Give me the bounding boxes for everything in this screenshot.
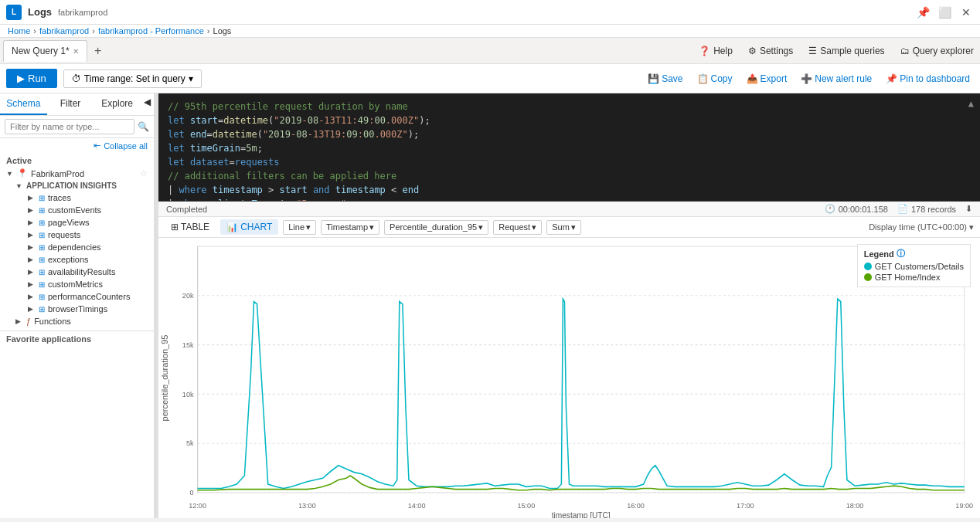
- request-dropdown[interactable]: Request ▾: [493, 220, 542, 235]
- add-tab-button[interactable]: +: [89, 42, 107, 60]
- legend-dot-1: [864, 263, 872, 270]
- breadcrumb-home[interactable]: Home: [8, 26, 30, 36]
- save-button[interactable]: 💾 Save: [644, 71, 686, 86]
- chevron-down-icon: ▾: [369, 222, 374, 232]
- filter-input[interactable]: [5, 119, 134, 134]
- chart-icon: 📊: [226, 222, 238, 232]
- tree-item-availabilityresults[interactable]: ▶ ⊞ availabilityResults: [0, 266, 154, 278]
- table-icon: ⊞: [39, 305, 45, 314]
- tree-item-pageviews[interactable]: ▶ ⊞ pageViews: [0, 216, 154, 229]
- copy-button[interactable]: 📋 Copy: [693, 71, 737, 86]
- table-icon: ⊞: [39, 206, 45, 215]
- legend-text-1: GET Customers/Details: [875, 262, 964, 271]
- breadcrumb-performance[interactable]: fabrikamprod - Performance: [98, 26, 204, 36]
- tree-item-dependencies[interactable]: ▶ ⊞ dependencies: [0, 241, 154, 253]
- content-area: Schema Filter Explore ◀ 🔍 ⇤ Collapse all…: [0, 93, 980, 518]
- sample-queries-button[interactable]: ☰ Sample queries: [805, 44, 887, 58]
- table-view-tab[interactable]: ⊞ TABLE: [165, 219, 216, 235]
- pin-dashboard-button[interactable]: 📌 Pin to dashboard: [882, 71, 974, 86]
- chart-legend: Legend ⓘ GET Customers/Details GET Home/…: [857, 244, 971, 287]
- tab-bar: New Query 1* ✕ + ❓ Help ⚙ Settings ☰ Sam…: [0, 38, 980, 64]
- download-icon[interactable]: ⬇: [965, 204, 972, 214]
- svg-text:18:00: 18:00: [846, 500, 864, 509]
- maximize-button[interactable]: ⬜: [937, 5, 952, 20]
- code-editor[interactable]: ▲ // 95th percentile request duration by…: [158, 93, 980, 202]
- chevron-down-icon: ▾: [532, 222, 536, 232]
- functions-item[interactable]: ▶ ƒ Functions: [0, 315, 154, 327]
- tree-item-label: traces: [48, 193, 71, 202]
- svg-text:19:00: 19:00: [955, 500, 973, 509]
- time-range-button[interactable]: ⏱ Time range: Set in query ▾: [63, 69, 202, 88]
- pin-icon: 📌: [886, 73, 897, 84]
- svg-text:12:00: 12:00: [189, 500, 206, 509]
- legend-dot-2: [864, 273, 872, 281]
- breadcrumb-fabrikamprod[interactable]: fabrikamprod: [39, 26, 89, 36]
- sample-queries-icon: ☰: [808, 46, 817, 56]
- tree-item-label: performanceCounters: [48, 292, 130, 301]
- timestamp-dropdown[interactable]: Timestamp ▾: [321, 220, 379, 235]
- pin-button[interactable]: 📌: [915, 5, 931, 20]
- line-value: Line: [288, 222, 305, 232]
- new-alert-rule-button[interactable]: ➕ New alert rule: [797, 71, 876, 86]
- tree-item-performancecounters[interactable]: ▶ ⊞ performanceCounters: [0, 290, 154, 303]
- window-controls: 📌 ⬜ ✕: [915, 5, 974, 20]
- tree-item-label: customMetrics: [48, 280, 103, 289]
- time-value: 00:00:01.158: [839, 205, 888, 214]
- help-label: Help: [713, 46, 733, 56]
- table-label: TABLE: [181, 222, 209, 232]
- fabrikamprod-item[interactable]: ▼ 📍 FabrikamProd ☆: [0, 167, 154, 180]
- tree-items: ▶ ⊞ traces ▶ ⊞ customEvents ▶ ⊞ pageView…: [0, 192, 154, 315]
- chevron-down-icon: ▾: [478, 222, 483, 232]
- display-time-button[interactable]: Display time (UTC+00:00) ▾: [869, 222, 974, 232]
- tree-item-browsertimings[interactable]: ▶ ⊞ browserTimings: [0, 303, 154, 315]
- expand-icon: ▶: [28, 305, 36, 313]
- chevron-down-icon: ▾: [969, 222, 974, 232]
- line-dropdown[interactable]: Line ▾: [283, 220, 316, 235]
- tree-item-requests[interactable]: ▶ ⊞ requests: [0, 229, 154, 241]
- settings-button[interactable]: ⚙ Settings: [745, 44, 796, 58]
- expand-icon: ▶: [28, 280, 36, 288]
- copy-icon: 📋: [697, 73, 709, 84]
- filter-tab[interactable]: Filter: [47, 93, 94, 115]
- expand-icon: ▶: [28, 268, 36, 276]
- settings-label: Settings: [760, 46, 793, 56]
- sidebar-collapse-icon[interactable]: ◀: [141, 93, 154, 115]
- star-icon[interactable]: ☆: [140, 168, 148, 178]
- chart-label: CHART: [240, 222, 272, 232]
- tree-item-traces[interactable]: ▶ ⊞ traces: [0, 192, 154, 204]
- query-tab[interactable]: New Query 1* ✕: [3, 40, 87, 62]
- legend-title: Legend ⓘ: [864, 248, 964, 259]
- app-icon: L: [6, 5, 22, 20]
- run-button[interactable]: ▶ Run: [6, 69, 57, 88]
- tree-item-custommetrics[interactable]: ▶ ⊞ customMetrics: [0, 278, 154, 290]
- records-count: 📄 178 records: [897, 204, 956, 214]
- expand-icon: ▶: [28, 231, 36, 239]
- chart-view-tab[interactable]: 📊 CHART: [220, 219, 278, 235]
- percentile-dropdown[interactable]: Percentile_duration_95 ▾: [384, 220, 488, 235]
- close-button[interactable]: ✕: [958, 5, 974, 20]
- code-line: let end=datetime("2019-08-13T19:09:00.00…: [168, 127, 971, 141]
- tree-item-exceptions[interactable]: ▶ ⊞ exceptions: [0, 253, 154, 266]
- tree-item-label: availabilityResults: [48, 267, 115, 276]
- chevron-down-icon: ▾: [571, 222, 576, 232]
- tree-item-customevents[interactable]: ▶ ⊞ customEvents: [0, 204, 154, 216]
- explore-tab[interactable]: Explore: [94, 93, 141, 115]
- sum-dropdown[interactable]: Sum ▾: [546, 220, 581, 235]
- run-icon: ▶: [17, 73, 25, 84]
- svg-text:timestamp [UTC]: timestamp [UTC]: [552, 510, 611, 518]
- svg-rect-1: [198, 246, 965, 493]
- tab-close-icon[interactable]: ✕: [73, 47, 79, 56]
- status-text: Completed: [166, 205, 207, 214]
- legend-info-icon[interactable]: ⓘ: [897, 248, 905, 259]
- schema-tab[interactable]: Schema: [0, 93, 47, 115]
- export-button[interactable]: 📤 Export: [743, 71, 791, 86]
- scroll-up-icon[interactable]: ▲: [968, 97, 974, 110]
- query-explorer-button[interactable]: 🗂 Query explorer: [897, 44, 977, 58]
- help-button[interactable]: ❓ Help: [696, 44, 736, 58]
- status-bar: Completed 🕐 00:00:01.158 📄 178 records ⬇: [158, 202, 980, 217]
- application-insights-section[interactable]: ▼ APPLICATION INSIGHTS: [0, 180, 154, 192]
- collapse-all-button[interactable]: ⇤ Collapse all: [0, 138, 154, 153]
- display-time-label: Display time (UTC+00:00): [869, 222, 967, 232]
- search-icon: 🔍: [138, 121, 149, 132]
- tab-bar-actions: ❓ Help ⚙ Settings ☰ Sample queries 🗂 Que…: [696, 44, 977, 58]
